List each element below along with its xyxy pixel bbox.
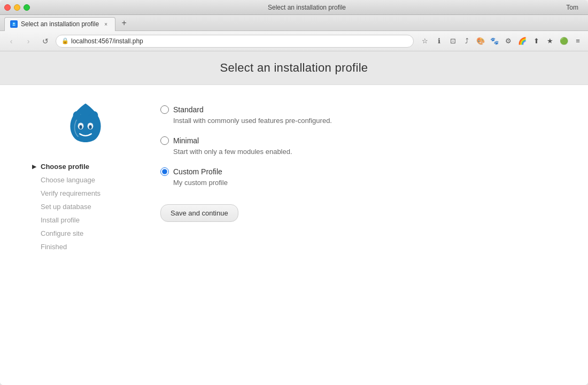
- svg-point-8: [90, 111, 98, 120]
- minimal-radio[interactable]: [160, 136, 169, 145]
- main-content: Choose profile Choose language Verify re…: [0, 85, 588, 385]
- svg-point-4: [79, 125, 82, 129]
- tab-bar: Select an installation profile × +: [0, 15, 588, 31]
- back-button[interactable]: ‹: [4, 34, 18, 48]
- info-icon[interactable]: ℹ: [433, 35, 445, 47]
- new-tab-button[interactable]: +: [118, 17, 130, 29]
- custom-radio-label[interactable]: Custom Profile: [160, 167, 556, 176]
- standard-option: Standard Install with commonly used feat…: [160, 105, 556, 126]
- svg-point-7: [73, 111, 81, 120]
- reload-button[interactable]: ↺: [38, 34, 52, 48]
- custom-radio[interactable]: [160, 167, 169, 176]
- tab-favicon: [10, 20, 18, 28]
- lock-icon: 🔒: [61, 37, 69, 44]
- window-user: Tom: [566, 4, 578, 11]
- traffic-lights: [4, 4, 30, 11]
- installation-steps: Choose profile Choose language Verify re…: [32, 160, 139, 253]
- minimal-option: Minimal Start with only a few modules en…: [160, 136, 556, 157]
- active-tab[interactable]: Select an installation profile ×: [4, 17, 115, 31]
- title-bar: Select an installation profile Tom: [0, 0, 588, 15]
- menu-icon[interactable]: ≡: [572, 35, 584, 47]
- reader-view-icon[interactable]: ⊡: [447, 35, 459, 47]
- browser-action-icons: ☆ ℹ ⊡ ⤴ 🎨 🐾 ⚙ 🌈 ⬆ ★ 🟢 ≡: [419, 35, 584, 47]
- tab-close-button[interactable]: ×: [102, 20, 110, 28]
- drupal-logo: [61, 101, 110, 149]
- step-verify-requirements: Verify requirements: [32, 187, 139, 200]
- bookmark-icon[interactable]: ☆: [419, 35, 431, 47]
- extension-2-icon[interactable]: 🐾: [489, 35, 500, 47]
- extension-4-icon[interactable]: 🌈: [516, 35, 528, 47]
- svg-point-6: [80, 107, 91, 117]
- step-choose-language: Choose language: [32, 173, 139, 187]
- standard-name: Standard: [173, 105, 204, 114]
- page-header: Select an installation profile: [0, 51, 588, 85]
- extension-3-icon[interactable]: ⚙: [502, 35, 514, 47]
- address-bar[interactable]: 🔒 localhost:4567/install.php: [56, 35, 414, 48]
- step-install-profile: Install profile: [32, 213, 139, 227]
- custom-option: Custom Profile My custom profile: [160, 167, 556, 188]
- tab-label: Select an installation profile: [21, 20, 99, 28]
- standard-radio[interactable]: [160, 105, 169, 114]
- browser-toolbar: ‹ › ↺ 🔒 localhost:4567/install.php ☆ ℹ ⊡…: [0, 31, 588, 51]
- page-title: Select an installation profile: [0, 61, 588, 75]
- standard-description: Install with commonly used features pre-…: [173, 116, 556, 126]
- forward-button[interactable]: ›: [21, 34, 35, 48]
- minimal-description: Start with only a few modules enabled.: [173, 147, 556, 157]
- step-choose-profile: Choose profile: [32, 160, 139, 173]
- save-and-continue-button[interactable]: Save and continue: [160, 204, 238, 222]
- standard-radio-label[interactable]: Standard: [160, 105, 556, 114]
- profile-options: Standard Install with commonly used feat…: [160, 101, 556, 371]
- extension-7-icon[interactable]: 🟢: [558, 35, 570, 47]
- maximize-window-button[interactable]: [24, 4, 30, 11]
- close-window-button[interactable]: [4, 4, 11, 11]
- svg-point-5: [89, 125, 91, 129]
- installation-sidebar: Choose profile Choose language Verify re…: [32, 101, 139, 371]
- step-set-up-database: Set up database: [32, 200, 139, 213]
- minimize-window-button[interactable]: [14, 4, 20, 11]
- page-content: Select an installation profile: [0, 51, 588, 385]
- window-title: Select an installation profile: [30, 4, 584, 11]
- extension-6-icon[interactable]: ★: [544, 35, 556, 47]
- svg-point-1: [13, 23, 15, 25]
- custom-description: My custom profile: [173, 178, 556, 188]
- extension-1-icon[interactable]: 🎨: [475, 35, 486, 47]
- step-configure-site: Configure site: [32, 227, 139, 240]
- minimal-radio-label[interactable]: Minimal: [160, 136, 556, 145]
- browser-window: Select an installation profile Tom Selec…: [0, 0, 588, 385]
- custom-name: Custom Profile: [173, 167, 222, 176]
- extension-5-icon[interactable]: ⬆: [530, 35, 542, 47]
- url-text: localhost:4567/install.php: [71, 37, 408, 45]
- step-finished: Finished: [32, 240, 139, 253]
- minimal-name: Minimal: [173, 136, 199, 145]
- share-icon[interactable]: ⤴: [461, 35, 473, 47]
